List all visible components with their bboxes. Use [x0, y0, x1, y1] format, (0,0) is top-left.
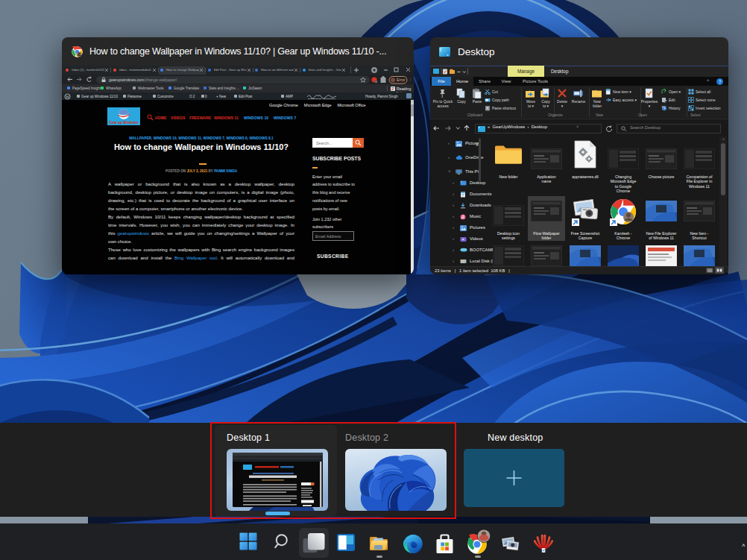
- svg-text:W: W: [66, 94, 70, 98]
- svg-text:Gear up Windows: Gear up Windows: [110, 121, 139, 125]
- svg-text:Error: Error: [397, 78, 406, 82]
